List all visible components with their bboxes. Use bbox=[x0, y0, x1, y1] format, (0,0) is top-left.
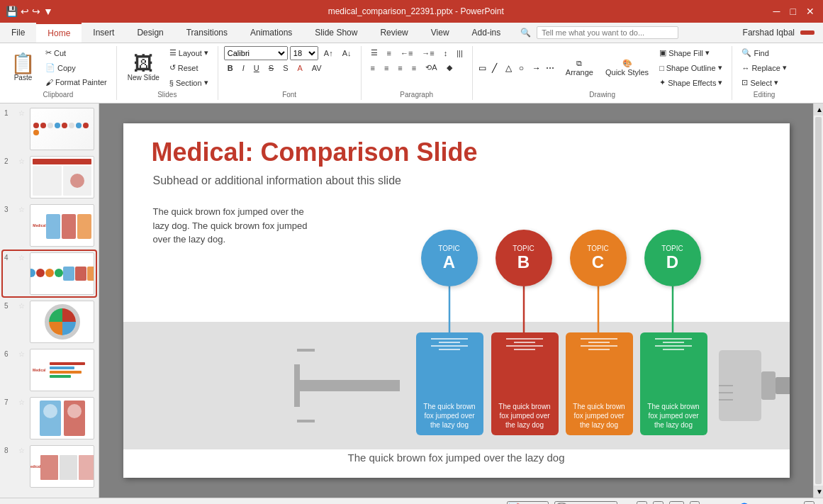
align-left-button[interactable]: ≡ bbox=[367, 62, 379, 74]
slide-thumb-5[interactable]: 5 ☆ bbox=[3, 299, 96, 345]
tab-view[interactable]: View bbox=[420, 23, 461, 43]
slide-sorter-button[interactable]: ⊟ bbox=[653, 501, 664, 504]
slideshow-button[interactable]: ▶ bbox=[690, 501, 700, 504]
slide-thumbnail-4[interactable]: Medical bbox=[30, 252, 94, 295]
format-painter-button[interactable]: 🖌Format Painter bbox=[42, 76, 111, 89]
section-button[interactable]: § Section ▾ bbox=[166, 76, 212, 89]
paste-button[interactable]: 📋 Paste bbox=[6, 51, 40, 84]
justify-button[interactable]: ≡ bbox=[408, 62, 420, 74]
slide-thumbnail-3[interactable]: Medical bbox=[30, 204, 94, 247]
scroll-up-button[interactable]: ▲ bbox=[814, 103, 823, 116]
font-size-select[interactable]: 18 bbox=[290, 46, 318, 60]
slide-thumb-4[interactable]: 4 ☆ Medical bbox=[3, 251, 96, 296]
slide-thumb-7[interactable]: 7 ☆ bbox=[3, 396, 96, 441]
save-icon[interactable]: 💾 bbox=[6, 6, 18, 17]
quick-access-toolbar[interactable]: 💾 ↩ ↪ ▼ bbox=[6, 6, 53, 17]
italic-button[interactable]: I bbox=[239, 62, 248, 74]
reset-button[interactable]: ↺ Reset bbox=[166, 61, 212, 74]
shape-outline-button[interactable]: □ Shape Outline ▾ bbox=[656, 61, 726, 74]
align-center-button[interactable]: ≡ bbox=[381, 62, 392, 74]
font-family-select[interactable]: Calibri bbox=[224, 46, 288, 60]
scroll-thumb[interactable] bbox=[815, 117, 822, 484]
slide-canvas[interactable]: Medical: Comparison Slide Subhead or add… bbox=[123, 123, 790, 478]
tab-slideshow[interactable]: Slide Show bbox=[303, 23, 369, 43]
increase-indent-button[interactable]: →≡ bbox=[418, 47, 437, 60]
right-scrollbar[interactable]: ▲ ▼ bbox=[813, 103, 823, 498]
columns-button[interactable]: ||| bbox=[453, 47, 466, 60]
normal-view-button[interactable]: ⊡ bbox=[637, 501, 647, 504]
slide-title[interactable]: Medical: Comparison Slide bbox=[152, 138, 761, 167]
smartart-button[interactable]: ◆ bbox=[443, 61, 456, 74]
tab-design[interactable]: Design bbox=[125, 23, 174, 43]
topic-d-card[interactable]: The quick brown fox jumped over the lazy… bbox=[640, 332, 707, 435]
redo-icon[interactable]: ↪ bbox=[32, 6, 40, 17]
decrease-indent-button[interactable]: ←≡ bbox=[397, 47, 416, 60]
shape-effects-button[interactable]: ✦ Shape Effects ▾ bbox=[656, 76, 726, 89]
cut-button[interactable]: ✂Cut bbox=[42, 46, 111, 60]
slide-thumbnail-1[interactable] bbox=[30, 108, 94, 150]
slide-thumbnail-5[interactable] bbox=[30, 301, 94, 343]
slide-thumbnail-6[interactable]: Medical bbox=[30, 349, 94, 391]
increase-font-button[interactable]: A↑ bbox=[320, 47, 337, 60]
undo-icon[interactable]: ↩ bbox=[21, 6, 29, 17]
slide-thumb-8[interactable]: 8 ☆ Medical bbox=[3, 444, 96, 489]
decrease-font-button[interactable]: A↓ bbox=[339, 47, 355, 60]
customize-qat-icon[interactable]: ▼ bbox=[43, 6, 53, 17]
fit-slide-button[interactable]: ⊞ bbox=[804, 501, 814, 504]
quick-styles-button[interactable]: 🎨 Quick Styles bbox=[600, 56, 654, 79]
slide-thumb-6[interactable]: 6 ☆ Medical bbox=[3, 347, 96, 393]
topic-d-circle[interactable]: TOPIC D bbox=[644, 230, 701, 286]
rect-icon[interactable]: ▭ bbox=[478, 63, 491, 73]
topic-b-card[interactable]: The quick brown fox jumped over the lazy… bbox=[491, 332, 559, 435]
bold-button[interactable]: B bbox=[224, 62, 237, 74]
layout-button[interactable]: ☰ Layout ▾ bbox=[166, 46, 212, 60]
topic-c-circle[interactable]: TOPIC C bbox=[570, 230, 627, 286]
topic-a-circle[interactable]: TOPIC A bbox=[421, 230, 478, 286]
share-button[interactable] bbox=[800, 30, 814, 35]
tab-transitions[interactable]: Transitions bbox=[175, 23, 239, 43]
tab-home[interactable]: Home bbox=[36, 23, 82, 43]
tab-addins[interactable]: Add-ins bbox=[461, 23, 513, 43]
slide-thumbnail-8[interactable]: Medical bbox=[30, 445, 94, 488]
maximize-button[interactable]: □ bbox=[788, 6, 799, 17]
slide-thumb-1[interactable]: 1 ☆ bbox=[3, 106, 96, 152]
find-button[interactable]: 🔍 Find bbox=[738, 46, 790, 60]
copy-button[interactable]: 📄Copy bbox=[42, 61, 111, 74]
new-slide-button[interactable]: 🖼 New Slide bbox=[123, 51, 164, 84]
more-shapes-icon[interactable]: ⋯ bbox=[546, 63, 559, 73]
text-shadow-button[interactable]: S bbox=[279, 62, 291, 74]
replace-button[interactable]: ↔ Replace ▾ bbox=[738, 61, 790, 74]
topic-c-card[interactable]: The quick brown fox jumped over the lazy… bbox=[566, 332, 633, 435]
tell-me-input[interactable] bbox=[537, 26, 678, 39]
text-direction-button[interactable]: ⟲A bbox=[422, 61, 440, 74]
slide-bottom-caption[interactable]: The quick brown fox jumped over the lazy… bbox=[123, 452, 790, 464]
shape-fill-button[interactable]: ▣ Shape Fill ▾ bbox=[656, 46, 726, 60]
ellipse-icon[interactable]: ○ bbox=[519, 63, 532, 73]
slide-thumbnail-2[interactable] bbox=[30, 156, 94, 198]
slide-thumb-3[interactable]: 3 ☆ Medical bbox=[3, 203, 96, 248]
arrange-button[interactable]: ⧉ Arrange bbox=[561, 56, 598, 79]
numbering-button[interactable]: ≡ bbox=[383, 47, 395, 60]
notes-button[interactable]: 📝 Notes bbox=[507, 501, 549, 504]
topic-b-circle[interactable]: TOPIC B bbox=[496, 230, 552, 286]
tab-file[interactable]: File bbox=[0, 23, 36, 43]
align-right-button[interactable]: ≡ bbox=[394, 62, 405, 74]
select-button[interactable]: ⊡ Select ▾ bbox=[738, 76, 790, 89]
char-spacing-button[interactable]: AV bbox=[308, 62, 325, 74]
topic-a-card[interactable]: The quick brown fox jumped over the lazy… bbox=[416, 332, 483, 435]
window-controls[interactable]: ─ □ ✕ bbox=[771, 6, 817, 17]
tab-animations[interactable]: Animations bbox=[239, 23, 303, 43]
bullets-button[interactable]: ☰ bbox=[367, 46, 381, 60]
slide-body-text[interactable]: The quick brown fox jumped over the lazy… bbox=[153, 205, 309, 247]
underline-button[interactable]: U bbox=[250, 62, 263, 74]
slide-thumbnail-7[interactable] bbox=[30, 397, 94, 439]
reading-view-button[interactable]: 📖 bbox=[669, 501, 684, 504]
slide-subtitle[interactable]: Subhead or additional information about … bbox=[153, 174, 761, 187]
tab-insert[interactable]: Insert bbox=[82, 23, 125, 43]
line-icon[interactable]: ╱ bbox=[492, 63, 505, 73]
font-color-button[interactable]: A bbox=[293, 62, 306, 74]
arrow-icon[interactable]: → bbox=[532, 63, 545, 73]
line-spacing-button[interactable]: ↕ bbox=[440, 47, 452, 60]
triangle-icon[interactable]: △ bbox=[505, 63, 518, 73]
close-button[interactable]: ✕ bbox=[803, 6, 817, 17]
